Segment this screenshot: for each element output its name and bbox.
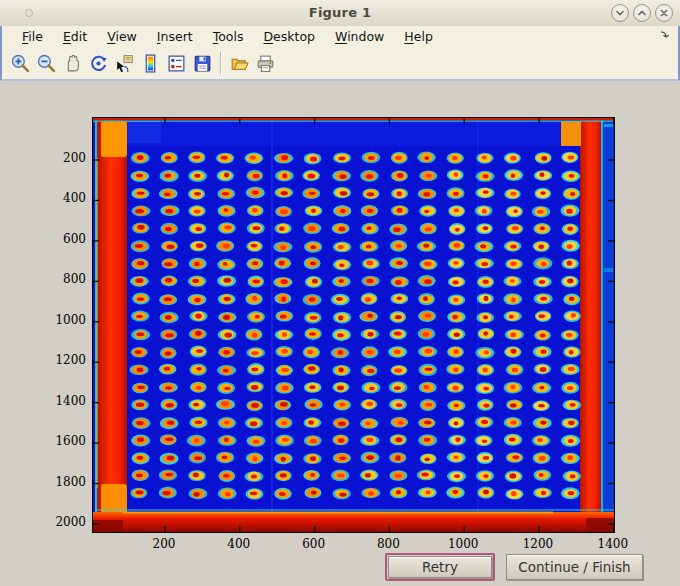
continue-finish-button[interactable]: Continue / Finish	[506, 554, 643, 580]
menu-insert[interactable]: Insert	[147, 27, 203, 46]
window-title: Figure 1	[0, 5, 680, 20]
toolbar-button-insert-colorbar[interactable]	[137, 50, 163, 76]
toolbar-button-pan[interactable]	[59, 50, 85, 76]
maximize-button[interactable]	[633, 4, 651, 22]
continue-finish-button-label: Continue / Finish	[518, 559, 630, 575]
minimize-button[interactable]	[611, 4, 629, 22]
x-tick-label: 1200	[514, 537, 562, 551]
chevron-up-icon	[637, 8, 647, 18]
rotate-3d-icon	[88, 53, 109, 74]
retry-button-label: Retry	[422, 559, 458, 575]
toolbar-button-zoom-in[interactable]	[7, 50, 33, 76]
x-tick-label: 1400	[589, 537, 637, 551]
toolbar-button-open-file[interactable]	[226, 50, 252, 76]
y-tick-label: 1400	[40, 394, 86, 408]
print-figure-icon	[255, 53, 276, 74]
zoom-out-icon	[36, 53, 57, 74]
menu-edit[interactable]: Edit	[53, 27, 97, 46]
menu-overflow-icon[interactable]	[660, 30, 670, 43]
close-icon	[659, 8, 669, 18]
y-tick-label: 1800	[40, 475, 86, 489]
data-cursor-icon	[114, 53, 135, 74]
y-tick-label: 1600	[40, 434, 86, 448]
y-tick-label: 2000	[40, 515, 86, 529]
y-tick-label: 1200	[40, 353, 86, 367]
close-button[interactable]	[655, 4, 673, 22]
insert-legend-icon	[166, 53, 187, 74]
x-tick-label: 200	[140, 537, 188, 551]
toolbar	[0, 47, 680, 81]
x-tick-label: 1000	[439, 537, 487, 551]
figure-window: Figure 1 FileEditViewInsertToolsDesktopW…	[0, 0, 680, 586]
menu-desktop[interactable]: Desktop	[253, 27, 325, 46]
menubar: FileEditViewInsertToolsDesktopWindowHelp	[0, 26, 680, 47]
toolbar-button-print-figure[interactable]	[252, 50, 278, 76]
toolbar-button-rotate-3d[interactable]	[85, 50, 111, 76]
chevron-down-icon	[615, 8, 625, 18]
menu-window[interactable]: Window	[325, 27, 394, 46]
menu-file[interactable]: File	[12, 27, 53, 46]
x-tick-label: 400	[215, 537, 263, 551]
window-controls	[611, 4, 673, 22]
y-tick-label: 1000	[40, 313, 86, 327]
microarray-heatmap-image	[93, 118, 614, 532]
save-figure-icon	[192, 53, 213, 74]
menu-tools[interactable]: Tools	[203, 27, 254, 46]
toolbar-button-data-cursor[interactable]	[111, 50, 137, 76]
toolbar-button-save-figure[interactable]	[189, 50, 215, 76]
y-tick-label: 600	[40, 232, 86, 246]
open-file-icon	[229, 53, 250, 74]
insert-colorbar-icon	[140, 53, 161, 74]
x-tick-label: 600	[290, 537, 338, 551]
menu-view[interactable]: View	[97, 27, 147, 46]
y-tick-label: 800	[40, 272, 86, 286]
retry-button[interactable]: Retry	[388, 556, 492, 578]
figure-canvas: Retry Continue / Finish 2004006008001000…	[0, 81, 680, 586]
toolbar-button-zoom-out[interactable]	[33, 50, 59, 76]
pan-icon	[62, 53, 83, 74]
y-tick-label: 200	[40, 151, 86, 165]
x-tick-label: 800	[364, 537, 412, 551]
menu-help[interactable]: Help	[394, 27, 443, 46]
retry-button-focus-ring: Retry	[385, 553, 495, 581]
zoom-in-icon	[10, 53, 31, 74]
titlebar[interactable]: Figure 1	[0, 0, 680, 27]
y-tick-label: 400	[40, 191, 86, 205]
axes-plot	[92, 117, 615, 533]
toolbar-separator	[220, 52, 221, 74]
toolbar-button-insert-legend[interactable]	[163, 50, 189, 76]
